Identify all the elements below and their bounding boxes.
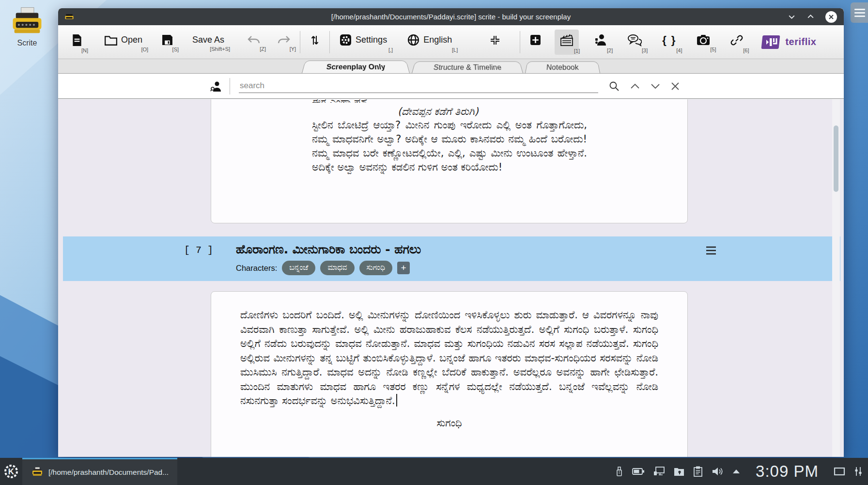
window-title: [/home/prashanth/Documents/Paddayi.scrit… — [58, 13, 844, 21]
shrink-toolbar-button[interactable] — [485, 31, 505, 53]
save-icon — [162, 34, 173, 46]
hamburger-icon — [854, 12, 865, 14]
network-icon[interactable] — [653, 466, 666, 477]
collapse-icon — [490, 35, 500, 46]
kde-launcher-button[interactable]: K — [0, 458, 22, 485]
comments-view-button[interactable]: [3] — [622, 30, 647, 54]
desktop-toolbox-button[interactable] — [851, 2, 868, 23]
search-previous-icon[interactable] — [630, 83, 640, 90]
main-toolbar: [N] Open [O] [S] Save As [Shift+S] [Z] — [58, 25, 844, 59]
search-submit-icon[interactable] — [609, 81, 620, 92]
undo-icon — [248, 35, 260, 45]
close-button[interactable] — [825, 11, 837, 23]
capture-view-button[interactable]: [5] — [692, 31, 715, 53]
characters-view-button[interactable]: [2] — [589, 30, 612, 54]
kde-logo-icon: K — [4, 464, 18, 479]
desktop-icon-scrite[interactable]: Scrite — [4, 7, 50, 47]
search-next-icon[interactable] — [651, 83, 660, 90]
parenthetical-text[interactable]: (ದೇವಪ್ಪನ ಕಡೆಗೆ ತಿರುಗಿ) — [398, 106, 687, 117]
new-document-button[interactable]: [N] — [67, 30, 87, 54]
scrollbar-thumb[interactable] — [834, 125, 838, 192]
braces-icon: { } — [662, 34, 676, 47]
save-button[interactable]: [S] — [157, 31, 178, 53]
panel-settings-icon[interactable] — [853, 466, 863, 477]
sort-arrows-icon — [310, 34, 320, 47]
globe-icon — [407, 34, 419, 46]
link-icon — [730, 34, 743, 47]
svg-text:K: K — [8, 467, 15, 476]
tab-notebook[interactable]: Notebook — [525, 62, 600, 73]
gear-icon — [340, 34, 352, 46]
taskbar-task-scrite[interactable]: [/home/prashanth/Documents/Pad... — [22, 458, 177, 485]
add-new-button[interactable] — [525, 31, 546, 53]
characters-icon — [594, 33, 607, 47]
scrite-window: [/home/prashanth/Documents/Paddayi.scrit… — [58, 8, 844, 457]
tray-expander-icon[interactable] — [731, 468, 741, 475]
vault-icon[interactable] — [673, 466, 685, 477]
open-button[interactable]: Open [O] — [100, 31, 147, 53]
desktop: Scrite [/home/prashanth/Documents/Padday… — [0, 0, 868, 485]
save-as-button[interactable]: Save As [Shift+S] — [187, 31, 229, 53]
desktop-icon-label: Scrite — [4, 39, 50, 47]
scene-reorder-button[interactable] — [305, 30, 325, 54]
volume-icon[interactable] — [711, 466, 724, 477]
scene-menu-button[interactable] — [703, 244, 719, 257]
maximize-button[interactable] — [806, 13, 815, 21]
dialogue-text[interactable]: ಸ್ಟೀಲಿನ ಬೋಟಿದ್ರೆ ಆಯ್ತಾ? ಮೀನಿನ ಗುಂಪು ಇರೋದ… — [312, 118, 587, 174]
chat-bubbles-icon — [627, 34, 642, 47]
task-label: [/home/prashanth/Documents/Pad... — [48, 468, 169, 477]
window-titlebar[interactable]: [/home/prashanth/Documents/Paddayi.scrit… — [58, 8, 844, 25]
system-tray: 3:09 PM — [614, 462, 868, 481]
screenplay-view-button[interactable]: [1] — [555, 30, 579, 55]
clapperboard-icon — [559, 33, 574, 47]
links-view-button[interactable]: [6] — [726, 30, 748, 54]
character-tag[interactable]: ಬನ್ನಂಜೆ — [282, 261, 315, 275]
dialogue-paragraph-card[interactable]: ಈಗ ಎಂಥಾ ಪ್ರಶ್ನೆ (ದೇವಪ್ಪನ ಕಡೆಗೆ ತಿರುಗಿ) ಸ… — [211, 99, 688, 223]
clipped-text-line: ಈಗ ಎಂಥಾ ಪ್ರಶ್ನೆ — [211, 99, 687, 103]
task-typewriter-icon — [31, 467, 44, 477]
language-button[interactable]: English [L] — [403, 30, 457, 54]
camera-icon — [697, 34, 710, 46]
search-input[interactable] — [239, 79, 598, 93]
scene-heading[interactable]: ಹೊರಾಂಗಣ. ಮೀನುಗಾರಿಕಾ ಬಂದರು - ಹಗಲು — [236, 242, 421, 257]
plus-square-icon — [530, 34, 541, 46]
teriflix-brand[interactable]: teriflix — [760, 33, 816, 51]
minimize-button[interactable] — [788, 13, 796, 21]
window-list-icon[interactable] — [833, 466, 846, 477]
scene-number: [ 7 ] — [184, 245, 213, 256]
text-cursor — [396, 394, 397, 407]
usb-device-icon[interactable] — [614, 466, 624, 477]
settings-button[interactable]: Settings [,] — [335, 30, 392, 54]
view-tabbar: Screenplay Only Structure & Timeline Not… — [58, 59, 844, 74]
search-bar — [58, 74, 844, 99]
redo-icon — [278, 35, 290, 45]
clock[interactable]: 3:09 PM — [756, 462, 819, 481]
open-folder-icon — [105, 35, 117, 46]
action-text[interactable]: ದೋಣಿಗಳು ಬಂದರಿಗೆ ಬಂದಿದೆ. ಅಲ್ಲಿ ಮೀನುಗಳನ್ನು… — [240, 308, 658, 408]
clipboard-icon[interactable] — [693, 466, 703, 477]
teriflix-label: teriflix — [785, 36, 816, 47]
screenplay-editor: ಈಗ ಎಂಥಾ ಪ್ರಶ್ನೆ (ದೇವಪ್ಪನ ಕಡೆಗೆ ತಿರುಗಿ) ಸ… — [58, 99, 844, 457]
battery-icon[interactable] — [632, 466, 645, 477]
character-tag[interactable]: ಮಾಧವ — [320, 261, 354, 275]
tab-structure-timeline[interactable]: Structure & Timeline — [412, 62, 523, 73]
scene-heading-band[interactable]: [ 7 ] ಹೊರಾಂಗಣ. ಮೀನುಗಾರಿಕಾ ಬಂದರು - ಹಗಲು C… — [63, 236, 840, 281]
new-document-icon — [72, 34, 82, 47]
structure-braces-button[interactable]: { } [4] — [657, 30, 681, 54]
tab-screenplay-only[interactable]: Screenplay Only — [302, 61, 410, 73]
characters-label: Characters: — [236, 264, 277, 273]
teriflix-logo-icon — [760, 33, 781, 51]
action-paragraph-card[interactable]: ದೋಣಿಗಳು ಬಂದರಿಗೆ ಬಂದಿದೆ. ಅಲ್ಲಿ ಮೀನುಗಳನ್ನು… — [211, 291, 688, 457]
search-close-icon[interactable] — [671, 82, 680, 91]
character-cue[interactable]: ಸುಗಂಧಿ — [211, 417, 687, 429]
redo-button[interactable]: [Y] — [273, 31, 295, 53]
add-character-button[interactable]: + — [397, 262, 410, 274]
typewriter-icon — [4, 7, 50, 37]
character-tag[interactable]: ಸುಗಂಧಿ — [359, 261, 392, 275]
undo-button[interactable]: [Z] — [243, 31, 265, 53]
taskbar: K [/home/prashanth/Documents/Pad... — [0, 458, 868, 485]
character-search-icon[interactable] — [209, 80, 222, 93]
